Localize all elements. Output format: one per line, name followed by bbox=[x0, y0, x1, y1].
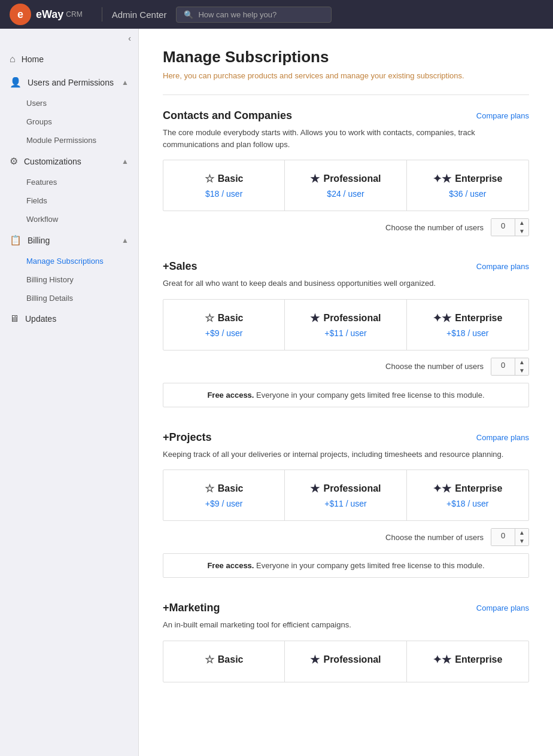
section-header-sales: +Sales Compare plans bbox=[163, 260, 529, 273]
sidebar-section-users-permissions[interactable]: 👤 Users and Permissions ▲ bbox=[0, 71, 138, 94]
compare-plans-link-marketing[interactable]: Compare plans bbox=[476, 603, 529, 612]
plan-price-contacts-ent: $36 / user bbox=[417, 189, 519, 199]
plan-cards-projects: ☆ Basic +$9 / user ★ Professional +$11 /… bbox=[163, 470, 529, 521]
plan-card-marketing-enterprise[interactable]: ✦★ Enterprise bbox=[407, 641, 528, 682]
top-nav: e eWay CRM Admin Center 🔍 How can we hel… bbox=[0, 0, 553, 29]
sidebar-item-module-permissions[interactable]: Module Permissions bbox=[0, 131, 138, 150]
section-header-contacts: Contacts and Companies Compare plans bbox=[163, 109, 529, 122]
star-icon-pro-contacts: ★ bbox=[310, 172, 320, 185]
sidebar-item-billing-history[interactable]: Billing History bbox=[0, 270, 138, 289]
sidebar-item-workflow[interactable]: Workflow bbox=[0, 210, 138, 228]
sidebar-item-updates-label: Updates bbox=[25, 314, 56, 324]
plan-cards-sales: ☆ Basic +$9 / user ★ Professional +$11 /… bbox=[163, 299, 529, 350]
plan-card-marketing-basic[interactable]: ☆ Basic bbox=[163, 641, 285, 682]
star-icon-pro-marketing: ★ bbox=[310, 653, 320, 666]
sidebar-item-updates[interactable]: 🖥 Updates bbox=[0, 307, 138, 330]
plan-name-contacts-basic: ☆ Basic bbox=[173, 172, 275, 185]
user-count-arrows-contacts: ▲ ▼ bbox=[515, 219, 528, 236]
plan-card-contacts-enterprise[interactable]: ✦★ Enterprise $36 / user bbox=[407, 160, 528, 211]
star-icon-ent-sales: ✦★ bbox=[433, 312, 451, 325]
plan-card-sales-enterprise[interactable]: ✦★ Enterprise +$18 / user bbox=[407, 300, 528, 350]
plan-card-contacts-basic[interactable]: ☆ Basic $18 / user bbox=[163, 160, 285, 211]
plan-price-projects-basic: +$9 / user bbox=[173, 499, 275, 508]
home-icon: ⌂ bbox=[10, 54, 16, 65]
plan-name-marketing-ent: ✦★ Enterprise bbox=[417, 653, 519, 666]
user-count-value-projects: 0 bbox=[491, 529, 515, 545]
compare-plans-link-contacts[interactable]: Compare plans bbox=[476, 111, 529, 120]
plan-card-projects-professional[interactable]: ★ Professional +$11 / user bbox=[285, 470, 406, 520]
plan-name-contacts-ent: ✦★ Enterprise bbox=[417, 172, 519, 185]
sidebar-item-fields[interactable]: Fields bbox=[0, 191, 138, 210]
search-box[interactable]: 🔍 How can we help you? bbox=[176, 7, 332, 23]
section-header-projects: +Projects Compare plans bbox=[163, 431, 529, 444]
plan-name-sales-pro: ★ Professional bbox=[294, 312, 396, 325]
section-title-projects: +Projects bbox=[163, 431, 212, 444]
sidebar-item-users[interactable]: Users bbox=[0, 94, 138, 112]
plan-price-sales-basic: +$9 / user bbox=[173, 328, 275, 338]
section-contacts-companies: Contacts and Companies Compare plans The… bbox=[163, 109, 529, 236]
user-count-up-contacts[interactable]: ▲ bbox=[515, 219, 528, 227]
section-projects: +Projects Compare plans Keeping track of… bbox=[163, 431, 529, 578]
star-icon-ent-contacts: ✦★ bbox=[433, 172, 451, 185]
plan-card-marketing-professional[interactable]: ★ Professional bbox=[285, 641, 406, 682]
compare-plans-link-sales[interactable]: Compare plans bbox=[476, 262, 529, 271]
sidebar-item-groups[interactable]: Groups bbox=[0, 112, 138, 131]
section-desc-projects: Keeping track of all your deliveries or … bbox=[163, 449, 529, 461]
compare-plans-link-projects[interactable]: Compare plans bbox=[476, 433, 529, 442]
sidebar: ‹ ⌂ Home 👤 Users and Permissions ▲ Users… bbox=[0, 29, 139, 756]
star-icon-basic-contacts: ☆ bbox=[205, 172, 214, 185]
section-title-contacts: Contacts and Companies bbox=[163, 109, 292, 122]
user-count-down-projects[interactable]: ▼ bbox=[515, 537, 528, 545]
sidebar-item-home[interactable]: ⌂ Home bbox=[0, 48, 138, 71]
search-placeholder: How can we help you? bbox=[198, 10, 276, 19]
user-count-label-contacts: Choose the number of users bbox=[385, 223, 484, 232]
chevron-up-icon: ▲ bbox=[121, 78, 129, 87]
plan-name-marketing-pro: ★ Professional bbox=[294, 653, 396, 666]
sidebar-section-billing[interactable]: 📋 Billing ▲ bbox=[0, 228, 138, 252]
plan-name-contacts-pro: ★ Professional bbox=[294, 172, 396, 185]
plan-price-contacts-basic: $18 / user bbox=[173, 189, 275, 199]
plan-cards-marketing: ☆ Basic ★ Professional ✦★ Enterprise bbox=[163, 641, 529, 682]
free-access-desc-projects: Everyone in your company gets limited fr… bbox=[254, 561, 484, 570]
page-title: Manage Subscriptions bbox=[163, 48, 529, 66]
plan-card-contacts-professional[interactable]: ★ Professional $24 / user bbox=[285, 160, 406, 211]
star-icon-basic-projects: ☆ bbox=[205, 482, 214, 495]
user-count-row-projects: Choose the number of users 0 ▲ ▼ bbox=[163, 528, 529, 546]
user-count-down-contacts[interactable]: ▼ bbox=[515, 227, 528, 236]
user-count-up-projects[interactable]: ▲ bbox=[515, 529, 528, 537]
plan-name-projects-basic: ☆ Basic bbox=[173, 482, 275, 495]
title-divider bbox=[163, 94, 529, 95]
sidebar-item-features[interactable]: Features bbox=[0, 173, 138, 191]
collapse-button[interactable]: ‹ bbox=[0, 29, 138, 48]
section-marketing: +Marketing Compare plans An in-built ema… bbox=[163, 602, 529, 682]
logo[interactable]: e eWay CRM bbox=[10, 4, 83, 25]
section-title-sales: +Sales bbox=[163, 260, 198, 273]
user-count-up-sales[interactable]: ▲ bbox=[515, 358, 528, 367]
plan-name-sales-ent: ✦★ Enterprise bbox=[417, 312, 519, 325]
plan-name-projects-ent: ✦★ Enterprise bbox=[417, 482, 519, 495]
user-count-row-sales: Choose the number of users 0 ▲ ▼ bbox=[163, 358, 529, 376]
user-count-input-contacts[interactable]: 0 ▲ ▼ bbox=[491, 218, 529, 236]
sidebar-item-manage-subscriptions[interactable]: Manage Subscriptions bbox=[0, 252, 138, 270]
plan-card-projects-basic[interactable]: ☆ Basic +$9 / user bbox=[163, 470, 285, 520]
plan-card-sales-basic[interactable]: ☆ Basic +$9 / user bbox=[163, 300, 285, 350]
star-icon-ent-projects: ✦★ bbox=[433, 482, 451, 495]
star-icon-basic-sales: ☆ bbox=[205, 312, 214, 325]
user-count-input-sales[interactable]: 0 ▲ ▼ bbox=[491, 358, 529, 376]
plan-price-projects-ent: +$18 / user bbox=[417, 499, 519, 508]
plan-price-sales-pro: +$11 / user bbox=[294, 328, 396, 338]
free-access-notice-projects: Free access. Everyone in your company ge… bbox=[163, 553, 529, 578]
admin-center-title: Admin Center bbox=[112, 10, 167, 20]
logo-text: eWay bbox=[36, 8, 63, 21]
plan-card-sales-professional[interactable]: ★ Professional +$11 / user bbox=[285, 300, 406, 350]
user-count-down-sales[interactable]: ▼ bbox=[515, 367, 528, 375]
star-icon-ent-marketing: ✦★ bbox=[433, 653, 451, 666]
free-access-desc-sales: Everyone in your company gets limited fr… bbox=[254, 391, 484, 400]
sidebar-item-billing-details[interactable]: Billing Details bbox=[0, 289, 138, 307]
plan-card-projects-enterprise[interactable]: ✦★ Enterprise +$18 / user bbox=[407, 470, 528, 520]
plan-price-sales-ent: +$18 / user bbox=[417, 328, 519, 338]
main-content: Manage Subscriptions Here, you can purch… bbox=[139, 29, 553, 756]
billing-icon: 📋 bbox=[10, 234, 22, 246]
sidebar-section-customizations[interactable]: ⚙ Customizations ▲ bbox=[0, 150, 138, 173]
user-count-input-projects[interactable]: 0 ▲ ▼ bbox=[491, 528, 529, 546]
